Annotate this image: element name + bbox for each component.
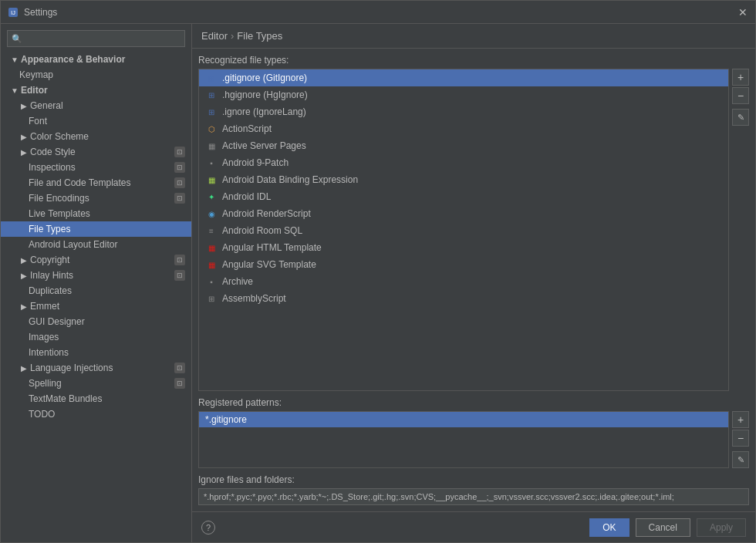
file-type-name: Angular HTML Template xyxy=(222,242,322,253)
sidebar-item-duplicates[interactable]: Duplicates xyxy=(1,283,191,298)
sidebar-item-label: Inspections xyxy=(29,162,76,173)
sidebar-item-label: Font xyxy=(29,116,47,126)
sidebar: 🔍 ▼ Appearance & Behavior Keymap ▼ Edito… xyxy=(1,24,192,542)
sidebar-item-language-injections[interactable]: ▶ Language Injections ⊡ xyxy=(1,360,191,376)
file-type-name: Angular SVG Template xyxy=(222,259,316,270)
file-type-name: .ignore (IgnoreLang) xyxy=(222,106,306,117)
sidebar-item-android-layout-editor[interactable]: Android Layout Editor xyxy=(1,237,191,252)
sidebar-item-images[interactable]: Images xyxy=(1,329,191,345)
close-button[interactable]: ✕ xyxy=(737,6,749,19)
file-type-name: Archive xyxy=(222,276,253,287)
file-type-name: AssemblyScript xyxy=(222,293,286,304)
search-input[interactable] xyxy=(7,30,185,47)
bottom-bar: ? OK Cancel Apply xyxy=(192,511,755,542)
expand-arrow-icon: ▶ xyxy=(19,255,29,265)
file-type-icon: ◉ xyxy=(205,207,218,220)
title-bar: IJ Settings ✕ xyxy=(1,1,755,24)
sidebar-item-inspections[interactable]: Inspections ⊡ xyxy=(1,160,191,175)
file-type-item[interactable]: ⊞ AssemblyScript xyxy=(199,290,728,307)
file-type-item[interactable]: ⊞ .hgignore (HgIgnore) xyxy=(199,86,728,103)
badge-icon: ⊡ xyxy=(174,270,185,281)
sidebar-item-general[interactable]: ▶ General xyxy=(1,98,191,113)
sidebar-item-file-types[interactable]: File Types xyxy=(1,221,191,237)
sidebar-item-gui-designer[interactable]: GUI Designer xyxy=(1,314,191,329)
sidebar-item-label: Images xyxy=(29,332,59,342)
file-type-icon: ✦ xyxy=(205,191,218,203)
sidebar-item-code-style[interactable]: ▶ Code Style ⊡ xyxy=(1,144,191,160)
sidebar-item-keymap[interactable]: Keymap xyxy=(1,67,191,83)
sidebar-item-inlay-hints[interactable]: ▶ Inlay Hints ⊡ xyxy=(1,268,191,283)
file-type-icon: ▪ xyxy=(205,275,218,288)
file-type-item[interactable]: ◉ Android RenderScript xyxy=(199,205,728,222)
file-type-item[interactable]: ▦ Active Server Pages xyxy=(199,137,728,154)
window-title: Settings xyxy=(24,7,737,18)
sidebar-item-label: Live Templates xyxy=(29,208,90,219)
file-type-item[interactable]: ▪ Archive xyxy=(199,273,728,290)
file-type-item[interactable]: ▪ Android 9-Patch xyxy=(199,154,728,171)
file-type-item[interactable]: ≡ Android Room SQL xyxy=(199,222,728,239)
sidebar-item-live-templates[interactable]: Live Templates xyxy=(1,206,191,221)
badge-icon: ⊡ xyxy=(174,193,185,204)
ok-button[interactable]: OK xyxy=(589,518,629,537)
patterns-list[interactable]: *.gitignore xyxy=(198,411,729,468)
sidebar-item-copyright[interactable]: ▶ Copyright ⊡ xyxy=(1,252,191,268)
file-type-item[interactable]: ▦ Android Data Binding Expression xyxy=(199,171,728,188)
file-types-list[interactable]: ⊞ .gitignore (GitIgnore) ⊞ .hgignore (Hg… xyxy=(198,69,729,391)
file-type-name: .hgignore (HgIgnore) xyxy=(222,89,308,100)
file-type-item[interactable]: ⊞ .ignore (IgnoreLang) xyxy=(199,103,728,120)
search-icon: 🔍 xyxy=(12,34,22,44)
add-pattern-button[interactable]: + xyxy=(732,411,749,428)
add-file-type-button[interactable]: + xyxy=(732,69,749,86)
sidebar-item-editor[interactable]: ▼ Editor xyxy=(1,83,191,98)
file-type-item[interactable]: ▦ Angular HTML Template xyxy=(199,239,728,256)
badge-icon: ⊡ xyxy=(174,255,185,265)
file-type-name: Active Server Pages xyxy=(222,140,306,151)
breadcrumb-parent: Editor xyxy=(201,30,228,42)
cancel-button[interactable]: Cancel xyxy=(636,518,690,537)
sidebar-item-label: General xyxy=(30,100,63,111)
ignore-section: Ignore files and folders: xyxy=(198,474,749,505)
file-type-item[interactable]: ▦ Angular SVG Template xyxy=(199,256,728,273)
apply-button[interactable]: Apply xyxy=(697,518,746,537)
registered-label: Registered patterns: xyxy=(198,397,749,408)
sidebar-item-label: Emmet xyxy=(30,301,59,312)
sidebar-item-intentions[interactable]: Intentions xyxy=(1,345,191,360)
sidebar-item-label: Code Style xyxy=(30,147,76,157)
ignore-input[interactable] xyxy=(198,488,749,505)
file-type-item[interactable]: ⊞ .gitignore (GitIgnore) xyxy=(199,69,728,86)
sidebar-item-label: File Types xyxy=(29,224,70,234)
sidebar-item-label: Appearance & Behavior xyxy=(21,54,125,65)
sidebar-item-label: Copyright xyxy=(30,255,69,265)
svg-text:IJ: IJ xyxy=(11,9,15,16)
expand-arrow-icon: ▶ xyxy=(19,271,29,280)
sidebar-item-textmate-bundles[interactable]: TextMate Bundles xyxy=(1,391,191,406)
file-type-item[interactable]: ⬡ ActionScript xyxy=(199,120,728,137)
sidebar-item-spelling[interactable]: Spelling ⊡ xyxy=(1,376,191,391)
sidebar-item-font[interactable]: Font xyxy=(1,113,191,129)
patterns-side-buttons: + − ✎ xyxy=(732,411,749,468)
app-icon: IJ xyxy=(7,6,19,19)
edit-file-type-button[interactable]: ✎ xyxy=(732,109,749,126)
file-type-icon: ▦ xyxy=(205,241,218,254)
breadcrumb-current: File Types xyxy=(237,30,282,42)
sidebar-item-label: Android Layout Editor xyxy=(29,239,117,250)
sidebar-item-file-encodings[interactable]: File Encodings ⊡ xyxy=(1,191,191,206)
sidebar-item-appearance[interactable]: ▼ Appearance & Behavior xyxy=(1,52,191,67)
sidebar-item-todo[interactable]: TODO xyxy=(1,406,191,422)
file-type-name: Android RenderScript xyxy=(222,208,311,219)
remove-pattern-button[interactable]: − xyxy=(732,430,749,447)
pattern-item[interactable]: *.gitignore xyxy=(199,412,728,427)
sidebar-item-label: Inlay Hints xyxy=(30,270,73,281)
recognized-label: Recognized file types: xyxy=(198,55,749,66)
expand-arrow-icon: ▶ xyxy=(19,101,29,110)
remove-file-type-button[interactable]: − xyxy=(732,87,749,104)
sidebar-item-color-scheme[interactable]: ▶ Color Scheme xyxy=(1,129,191,144)
sidebar-item-label: Language Injections xyxy=(30,363,113,373)
edit-pattern-button[interactable]: ✎ xyxy=(732,451,749,468)
badge-icon: ⊡ xyxy=(174,147,185,157)
badge-icon: ⊡ xyxy=(174,363,185,373)
sidebar-item-file-and-code-templates[interactable]: File and Code Templates ⊡ xyxy=(1,175,191,191)
file-type-item[interactable]: ✦ Android IDL xyxy=(199,188,728,205)
help-button[interactable]: ? xyxy=(201,521,215,535)
sidebar-item-emmet[interactable]: ▶ Emmet xyxy=(1,298,191,314)
